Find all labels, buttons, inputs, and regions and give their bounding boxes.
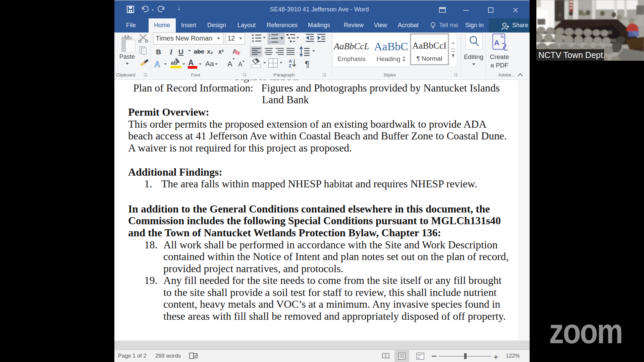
svg-text:x₂: x₂ xyxy=(207,48,213,55)
svg-text:A: A xyxy=(188,58,194,67)
svg-text:A: A xyxy=(227,60,232,68)
svg-text:AaBbCcL: AaBbCcL xyxy=(333,41,369,51)
svg-text:U: U xyxy=(178,48,183,56)
svg-text:¶ Normal: ¶ Normal xyxy=(417,55,442,62)
svg-text:Clipboard: Clipboard xyxy=(116,72,136,77)
svg-text:1: 1 xyxy=(269,34,270,37)
svg-text:abe: abe xyxy=(194,48,204,55)
svg-text:I: I xyxy=(169,48,173,56)
svg-text:Styles: Styles xyxy=(384,72,396,77)
svg-text:A: A xyxy=(494,39,499,47)
svg-text:Paste: Paste xyxy=(119,53,135,60)
svg-text:Times New Roman: Times New Roman xyxy=(156,35,212,42)
svg-text:Editing: Editing xyxy=(464,53,483,60)
svg-text:A: A xyxy=(154,60,160,69)
svg-text:Aa: Aa xyxy=(205,60,214,67)
svg-text:Font: Font xyxy=(191,72,200,77)
svg-text:a PDF: a PDF xyxy=(490,62,508,69)
svg-text:Paragraph: Paragraph xyxy=(273,72,294,77)
svg-text:x²: x² xyxy=(218,48,224,55)
svg-text:Z: Z xyxy=(289,63,291,68)
svg-text:¶: ¶ xyxy=(305,59,310,69)
svg-text:Adobe...: Adobe... xyxy=(498,72,515,77)
svg-text:AaBbCcI: AaBbCcI xyxy=(412,41,446,51)
svg-text:zoom: zoom xyxy=(549,316,622,351)
svg-text:Heading 1: Heading 1 xyxy=(377,55,406,62)
svg-text:B: B xyxy=(156,48,161,56)
svg-text:2: 2 xyxy=(269,37,270,41)
svg-text:AaBbC: AaBbC xyxy=(374,40,408,53)
svg-text:Create: Create xyxy=(490,53,509,60)
svg-text:3: 3 xyxy=(269,41,270,44)
svg-text:A: A xyxy=(238,61,243,68)
svg-text:NCTV Town Dept.: NCTV Town Dept. xyxy=(538,50,605,60)
svg-text:A: A xyxy=(289,59,292,64)
svg-text:12: 12 xyxy=(227,35,235,42)
svg-text:Emphasis: Emphasis xyxy=(337,55,365,62)
